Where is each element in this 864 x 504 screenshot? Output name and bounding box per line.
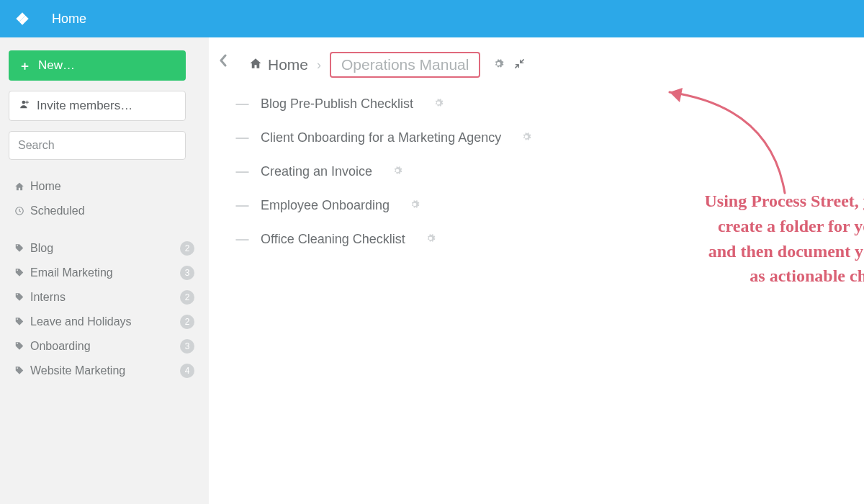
sidebar-tag-label: Email Marketing — [30, 266, 180, 279]
tag-icon — [14, 317, 30, 327]
count-badge: 3 — [180, 339, 194, 354]
sidebar-tag-label: Interns — [30, 291, 180, 304]
annotation-line: Using Process Street, you can easily — [634, 189, 864, 214]
clock-icon — [14, 206, 30, 216]
sidebar-tag-label: Onboarding — [30, 340, 180, 353]
tag-icon — [14, 292, 30, 302]
topbar-title: Home — [52, 12, 86, 27]
template-name[interactable]: Creating an Invoice — [261, 164, 372, 179]
invite-members-button[interactable]: Invite members… — [9, 91, 186, 121]
gear-icon[interactable] — [521, 132, 531, 144]
sidebar-tag-label: Website Marketing — [30, 364, 180, 377]
sidebar-tag-label: Leave and Holidays — [30, 315, 180, 328]
sidebar: ＋ New… Invite members… Home Scheduled — [0, 37, 209, 504]
drag-handle-icon[interactable]: — — [235, 130, 248, 145]
template-name[interactable]: Employee Onboarding — [261, 198, 390, 213]
annotation-line: and then document your processes — [634, 239, 864, 264]
tag-icon — [14, 243, 30, 253]
chevron-right-icon: › — [317, 58, 321, 73]
count-badge: 4 — [180, 364, 194, 378]
breadcrumb-home[interactable]: Home — [249, 56, 308, 73]
main-panel: Home › Operations Manual — Blog Pre-Publ… — [209, 37, 864, 504]
drag-handle-icon[interactable]: — — [235, 96, 248, 112]
gear-icon[interactable] — [433, 98, 444, 110]
template-row: — Blog Pre-Publish Checklist — [235, 96, 850, 112]
count-badge: 2 — [180, 315, 194, 329]
template-name[interactable]: Blog Pre-Publish Checklist — [261, 96, 413, 112]
tag-icon — [14, 268, 30, 278]
sidebar-item-label: Scheduled — [30, 204, 194, 217]
collapse-icon[interactable] — [514, 58, 525, 71]
count-badge: 3 — [180, 266, 194, 280]
sidebar-tag-website-marketing[interactable]: Website Marketing 4 — [9, 359, 200, 383]
tag-icon — [14, 341, 30, 351]
annotation-line: as actionable checklists — [634, 264, 864, 289]
gear-icon[interactable] — [493, 58, 504, 71]
drag-handle-icon[interactable]: — — [235, 198, 248, 213]
back-button[interactable] — [213, 50, 233, 71]
new-button[interactable]: ＋ New… — [9, 50, 186, 81]
home-icon — [14, 181, 30, 192]
svg-point-2 — [22, 101, 26, 104]
tag-icon — [14, 366, 30, 376]
template-row: — Creating an Invoice — [235, 164, 850, 179]
sidebar-tag-interns[interactable]: Interns 2 — [9, 285, 200, 310]
new-button-label: New… — [38, 58, 75, 73]
annotation-text: Using Process Street, you can easily cre… — [634, 189, 864, 289]
template-name[interactable]: Client Onboarding for a Marketing Agency — [261, 130, 501, 145]
breadcrumb-current[interactable]: Operations Manual — [330, 52, 480, 78]
sidebar-tag-leave-holidays[interactable]: Leave and Holidays 2 — [9, 310, 200, 334]
drag-handle-icon[interactable]: — — [235, 164, 248, 179]
breadcrumb-home-label: Home — [268, 56, 308, 73]
app-logo-icon[interactable] — [13, 9, 32, 28]
gear-icon[interactable] — [392, 166, 402, 178]
sidebar-item-label: Home — [30, 180, 194, 193]
sidebar-tag-onboarding[interactable]: Onboarding 3 — [9, 334, 200, 359]
sidebar-tag-label: Blog — [30, 242, 180, 255]
home-icon — [249, 57, 262, 73]
sidebar-tag-blog[interactable]: Blog 2 — [9, 236, 200, 261]
user-plus-icon — [19, 99, 30, 113]
count-badge: 2 — [180, 241, 194, 256]
search-input[interactable] — [9, 131, 186, 160]
annotation-line: create a folder for your manual, — [634, 214, 864, 239]
svg-rect-4 — [25, 102, 29, 103]
drag-handle-icon[interactable]: — — [235, 232, 248, 247]
sidebar-item-home[interactable]: Home — [9, 174, 200, 199]
count-badge: 2 — [180, 290, 194, 305]
invite-button-label: Invite members… — [37, 99, 132, 113]
plus-icon: ＋ — [19, 58, 31, 74]
template-name[interactable]: Office Cleaning Checklist — [261, 232, 405, 247]
sidebar-nav: Home Scheduled Blog 2 Email Marketing 3 — [9, 174, 200, 383]
template-row: — Client Onboarding for a Marketing Agen… — [235, 130, 850, 145]
breadcrumb: Home › Operations Manual — [249, 52, 850, 78]
gear-icon[interactable] — [426, 233, 436, 246]
sidebar-tag-email-marketing[interactable]: Email Marketing 3 — [9, 261, 200, 285]
gear-icon[interactable] — [410, 199, 420, 212]
sidebar-item-scheduled[interactable]: Scheduled — [9, 199, 200, 223]
topbar: Home — [0, 0, 864, 37]
